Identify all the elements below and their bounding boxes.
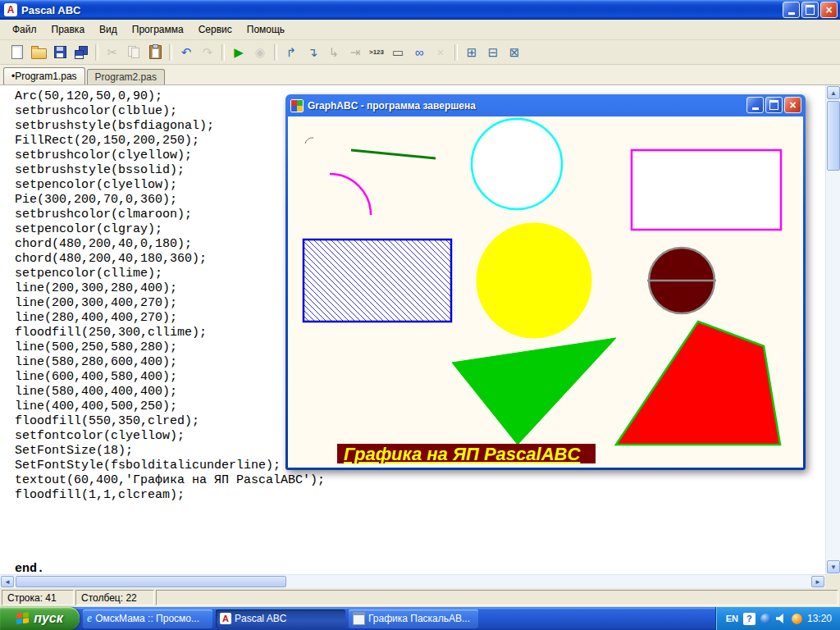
menu-help[interactable]: Помощь: [240, 21, 292, 39]
step-over-button[interactable]: ↱: [281, 42, 302, 62]
output-window-button[interactable]: ▭: [387, 42, 409, 62]
code-line-33: end.: [15, 562, 825, 574]
scroll-right-button[interactable]: ►: [811, 576, 824, 587]
graphabc-titlebar[interactable]: GraphABC - программа завершена ×: [288, 94, 803, 116]
watch-window-button[interactable]: ∞: [409, 42, 430, 62]
step-out-button[interactable]: ↳: [323, 42, 345, 62]
antivirus-tray-icon[interactable]: [792, 614, 802, 624]
new-file-button[interactable]: [7, 42, 28, 62]
horizontal-scrollbar[interactable]: ◄ ►: [0, 574, 825, 588]
menu-edit[interactable]: Правка: [44, 21, 93, 39]
taskbar: пуск e ОмскМама :: Просмо... A Pascal AB…: [0, 607, 840, 630]
main-titlebar: A Pascal ABC ×: [0, 0, 840, 20]
new-file-icon: [11, 45, 23, 59]
magenta-arc: [330, 174, 371, 215]
document-window-icon: [353, 612, 365, 625]
panel-modules-button[interactable]: ⊠: [504, 42, 525, 62]
task-pascal-abc[interactable]: A Pascal ABC: [216, 609, 345, 628]
language-indicator[interactable]: EN: [726, 614, 738, 623]
graphabc-close-icon: ×: [789, 99, 796, 111]
status-extra: [156, 590, 838, 605]
tab-program1[interactable]: •Program1.pas: [3, 67, 85, 84]
panel-tasks-button[interactable]: ⊟: [482, 42, 504, 62]
scroll-down-button[interactable]: ▼: [827, 560, 840, 573]
close-button[interactable]: ×: [820, 2, 838, 18]
step-into-button[interactable]: ↴: [302, 42, 323, 62]
output-window-icon: ▭: [392, 46, 404, 58]
start-button-label: пуск: [34, 611, 63, 626]
maximize-button[interactable]: [801, 2, 819, 18]
cut-button[interactable]: ✂: [102, 42, 123, 62]
ie-icon: e: [87, 612, 92, 625]
graphabc-maximize-icon: [769, 100, 778, 110]
menu-program[interactable]: Программа: [125, 21, 191, 39]
task-omskmama[interactable]: e ОмскМама :: Просмо...: [83, 609, 212, 628]
status-line: Строка: 41: [2, 590, 74, 605]
show-123-button[interactable]: >123: [366, 42, 387, 62]
copy-button[interactable]: [123, 42, 144, 62]
red-polygon: [616, 322, 780, 445]
close-x-icon: ×: [437, 46, 445, 58]
task-pascal-abc-label: Pascal ABC: [235, 613, 286, 624]
undo-icon: ↶: [181, 46, 192, 58]
green-triangle: [452, 338, 616, 445]
menu-view[interactable]: Вид: [92, 21, 125, 39]
graphabc-title: GraphABC - программа завершена: [308, 100, 476, 112]
stop-button[interactable]: ◉: [249, 42, 271, 62]
scroll-left-button[interactable]: ◄: [1, 576, 14, 587]
volume-tray-icon[interactable]: [776, 614, 787, 623]
panel-tasks-icon: ⊟: [488, 46, 499, 58]
toolbar: ✂↶↷▶◉↱↴↳⇥>123▭∞×⊞⊟⊠: [0, 40, 840, 65]
scrollbar-corner: [825, 574, 840, 588]
code-line-30: [15, 518, 825, 532]
toolbar-separator: [454, 44, 458, 61]
tab-program1-label: •Program1.pas: [11, 71, 77, 82]
menu-file[interactable]: Файл: [5, 21, 44, 39]
run-to-cursor-button[interactable]: ⇥: [345, 42, 366, 62]
step-out-icon: ↳: [329, 46, 340, 58]
open-file-button[interactable]: [28, 42, 49, 62]
desktop-screen: A Pascal ABC × ФайлПравкаВидПрограммаСер…: [0, 0, 840, 630]
toolbar-separator: [221, 44, 225, 61]
save-all-icon: [75, 46, 88, 59]
pascal-abc-task-icon: A: [220, 613, 231, 624]
hatched-rectangle: [304, 240, 451, 322]
horizontal-scroll-thumb[interactable]: [16, 576, 286, 587]
redo-icon: ↷: [203, 46, 213, 58]
paste-button[interactable]: [144, 42, 166, 62]
network-tray-icon[interactable]: [760, 614, 771, 624]
save-all-button[interactable]: [71, 42, 92, 62]
window-title: Pascal ABC: [21, 4, 81, 16]
tab-program2[interactable]: Program2.pas: [87, 69, 165, 84]
code-line-32: [15, 547, 825, 562]
help-tray-icon[interactable]: ?: [743, 613, 756, 625]
panel-modules-icon: ⊠: [509, 46, 520, 58]
save-file-icon: [54, 46, 66, 58]
step-into-icon: ↴: [308, 46, 318, 58]
run-button[interactable]: ▶: [228, 42, 249, 62]
start-button[interactable]: пуск: [0, 607, 80, 630]
code-line-29: [15, 503, 825, 518]
run-to-cursor-icon: ⇥: [350, 46, 361, 58]
graphabc-close-button[interactable]: ×: [784, 97, 801, 113]
minimize-button[interactable]: [783, 2, 800, 18]
save-file-button[interactable]: [49, 42, 71, 62]
panel-output-button[interactable]: ⊞: [461, 42, 482, 62]
redo-button[interactable]: ↷: [197, 42, 218, 62]
vertical-scroll-thumb[interactable]: [827, 101, 840, 171]
tab-program2-label: Program2.pas: [95, 71, 157, 83]
close-x-button[interactable]: ×: [430, 42, 451, 62]
task-grafika[interactable]: Графика ПаскальАВ...: [349, 609, 478, 628]
vertical-scrollbar[interactable]: ▲ ▼: [825, 85, 840, 574]
menubar: ФайлПравкаВидПрограммаСервисПомощь: [0, 20, 840, 40]
scroll-up-button[interactable]: ▲: [827, 86, 840, 99]
code-line-31: [15, 532, 825, 547]
show-123-icon: >123: [369, 48, 384, 56]
undo-button[interactable]: ↶: [176, 42, 197, 62]
green-line: [351, 150, 436, 158]
graphabc-minimize-button[interactable]: [746, 97, 764, 113]
menu-service[interactable]: Сервис: [191, 21, 240, 39]
magenta-rectangle: [632, 150, 781, 230]
small-arc: [305, 138, 313, 144]
graphabc-maximize-button[interactable]: [765, 97, 783, 113]
